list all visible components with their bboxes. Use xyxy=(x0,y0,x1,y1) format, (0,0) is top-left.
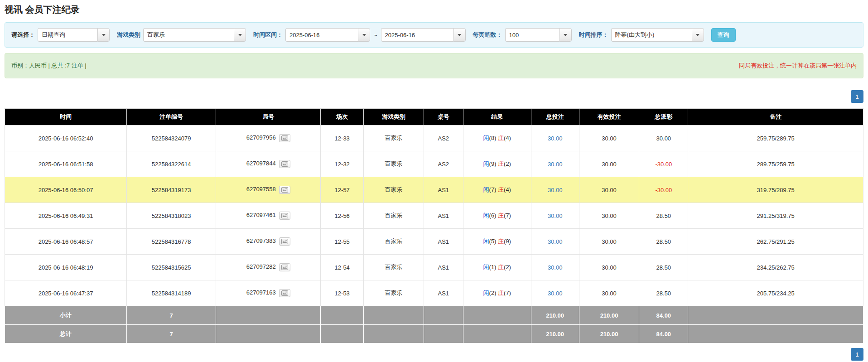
result-player-label: 闲 xyxy=(483,290,489,296)
total-bet-link[interactable]: 30.00 xyxy=(548,135,563,142)
result-banker-value: (4) xyxy=(504,186,511,193)
cell-total-bet: 30.00 xyxy=(531,255,579,280)
footer-cell xyxy=(364,306,424,325)
result-banker-value: (2) xyxy=(504,160,511,167)
result-banker-label: 庄 xyxy=(498,290,504,296)
result-player-value: (5) xyxy=(489,238,498,245)
time-range-label: 时间区间： xyxy=(253,31,283,39)
cell-result: 闲(9) 庄(2) xyxy=(463,151,531,177)
round-video-button[interactable] xyxy=(279,263,290,271)
footer-cell: 84.00 xyxy=(639,306,688,325)
footer-cell xyxy=(688,325,863,343)
cell-bet-number: 522584324079 xyxy=(127,125,216,151)
round-video-button[interactable] xyxy=(279,237,290,246)
cell-time: 2025-06-16 06:50:07 xyxy=(5,177,127,203)
table-row: 2025-06-16 06:48:19522584315625627097282… xyxy=(5,255,863,280)
footer-row: 小计7210.00210.0084.00 xyxy=(5,306,863,325)
chevron-down-icon xyxy=(102,34,106,36)
game-type-dropdown-button[interactable] xyxy=(234,28,246,42)
page-size-dropdown-button[interactable] xyxy=(559,28,572,42)
cell-valid-bet: 30.00 xyxy=(579,203,639,229)
sort-order-dropdown-button[interactable] xyxy=(692,28,704,42)
cell-remark: 319.75/289.75 xyxy=(688,177,863,203)
search-button[interactable]: 查询 xyxy=(711,28,736,42)
cell-round-number: 627097163 xyxy=(216,280,321,306)
cell-valid-bet: 30.00 xyxy=(579,125,639,151)
cell-round-number: 627097844 xyxy=(216,151,321,177)
total-bet-link[interactable]: 30.00 xyxy=(548,238,563,245)
page-button-1[interactable]: 1 xyxy=(851,348,863,361)
cell-valid-bet: 30.00 xyxy=(579,177,639,203)
footer-cell: 210.00 xyxy=(531,306,579,325)
game-type-combo xyxy=(143,28,246,42)
cell-game-type: 百家乐 xyxy=(364,151,424,177)
result-banker-value: (7) xyxy=(504,212,511,219)
cell-session: 12-53 xyxy=(321,280,364,306)
page-size-input[interactable] xyxy=(505,28,559,42)
footer-cell xyxy=(216,306,321,325)
footer-cell xyxy=(688,306,863,325)
cell-payout: 28.50 xyxy=(639,203,688,229)
cell-result: 闲(1) 庄(2) xyxy=(463,255,531,280)
video-icon xyxy=(281,265,288,271)
date-start-dropdown-button[interactable] xyxy=(358,28,370,42)
cell-session: 12-54 xyxy=(321,255,364,280)
cell-payout: -30.00 xyxy=(639,177,688,203)
footer-cell: 7 xyxy=(127,306,216,325)
bet-table: 时间注单编号局号场次游戏类别桌号结果总投注有效投注总派彩备注 2025-06-1… xyxy=(5,108,863,343)
total-bet-link[interactable]: 30.00 xyxy=(548,161,563,168)
query-type-label: 请选择： xyxy=(11,31,35,39)
round-video-button[interactable] xyxy=(279,212,290,220)
pagination-top: 1 xyxy=(5,90,863,103)
round-video-button[interactable] xyxy=(279,134,290,142)
date-end-dropdown-button[interactable] xyxy=(453,28,466,42)
result-banker-label: 庄 xyxy=(498,160,504,167)
table-row: 2025-06-16 06:47:37522584314189627097163… xyxy=(5,280,863,306)
cell-total-bet: 30.00 xyxy=(531,203,579,229)
total-bet-link[interactable]: 30.00 xyxy=(548,212,563,219)
cell-valid-bet: 30.00 xyxy=(579,151,639,177)
page: 视讯 会员下注纪录 请选择： 游戏类别 时间区间： ~ 每页笔数： 时间排序： xyxy=(0,0,868,362)
cell-payout: 30.00 xyxy=(639,125,688,151)
table-row: 2025-06-16 06:51:58522584322614627097844… xyxy=(5,151,863,177)
date-end-input[interactable] xyxy=(381,28,453,42)
round-video-button[interactable] xyxy=(279,186,290,194)
query-type-dropdown-button[interactable] xyxy=(97,28,110,42)
chevron-down-icon xyxy=(238,34,242,36)
game-type-input[interactable] xyxy=(143,28,234,42)
cell-game-type: 百家乐 xyxy=(364,255,424,280)
table-row: 2025-06-16 06:52:40522584324079627097956… xyxy=(5,125,863,151)
cell-table-number: AS1 xyxy=(424,203,463,229)
total-bet-link[interactable]: 30.00 xyxy=(548,290,563,297)
footer-cell xyxy=(463,306,531,325)
page-size-label: 每页笔数： xyxy=(473,31,502,39)
round-video-button[interactable] xyxy=(279,160,290,168)
round-video-button[interactable] xyxy=(279,289,290,297)
date-start-combo xyxy=(285,28,370,42)
total-bet-link[interactable]: 30.00 xyxy=(548,264,563,271)
result-banker-label: 庄 xyxy=(498,264,504,270)
cell-round-number: 627097383 xyxy=(216,229,321,255)
footer-cell: 总计 xyxy=(5,325,127,343)
page-button-1[interactable]: 1 xyxy=(851,90,863,103)
query-type-input[interactable] xyxy=(38,28,97,42)
cell-payout: -30.00 xyxy=(639,151,688,177)
cell-result: 闲(7) 庄(4) xyxy=(463,177,531,203)
round-number: 627097461 xyxy=(246,212,276,218)
footer-cell xyxy=(321,325,364,343)
result-player-label: 闲 xyxy=(483,264,489,270)
result-banker-label: 庄 xyxy=(498,135,504,141)
cell-bet-number: 522584319173 xyxy=(127,177,216,203)
cell-time: 2025-06-16 06:49:31 xyxy=(5,203,127,229)
cell-time: 2025-06-16 06:47:37 xyxy=(5,280,127,306)
date-start-input[interactable] xyxy=(285,28,358,42)
sort-order-input[interactable] xyxy=(611,28,692,42)
cell-total-bet: 30.00 xyxy=(531,177,579,203)
cell-payout: 28.50 xyxy=(639,255,688,280)
footer-cell xyxy=(321,306,364,325)
round-number: 627097558 xyxy=(246,186,276,193)
total-bet-link[interactable]: 30.00 xyxy=(548,187,563,193)
page-title: 视讯 会员下注纪录 xyxy=(5,4,863,16)
cell-remark: 259.75/289.75 xyxy=(688,125,863,151)
cell-table-number: AS1 xyxy=(424,255,463,280)
